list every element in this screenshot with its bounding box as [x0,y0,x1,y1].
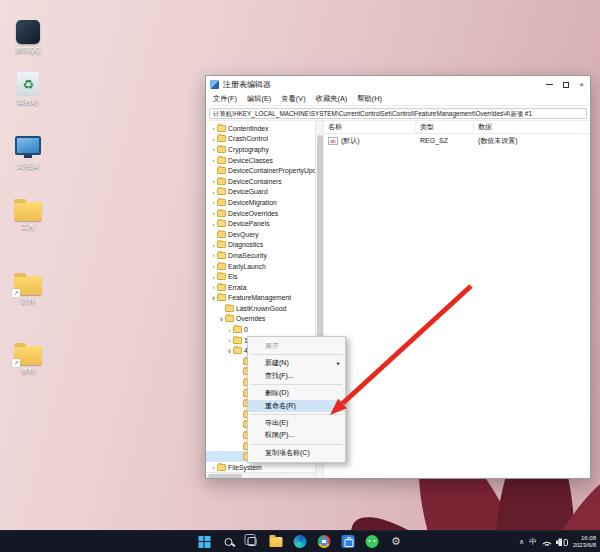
folder-icon [233,326,242,333]
tree-item[interactable]: DeviceContainerPropertyUpda [206,165,315,176]
chevron-down-icon[interactable]: ∨ [218,316,225,322]
window-title: 注册表编辑器 [223,79,546,90]
tree-item[interactable]: ›Errata [206,282,315,293]
tree-item[interactable]: ›DeviceContainers [206,176,315,187]
network-volume-icons[interactable] [542,537,568,547]
settings-button[interactable]: ⚙ [389,534,404,549]
store-button[interactable] [341,534,356,549]
tree-item[interactable]: ›EarlyLaunch [206,261,315,272]
chevron-down-icon[interactable]: ∨ [226,348,233,354]
chevron-right-icon[interactable]: › [210,178,217,184]
column-header-name[interactable]: 名称 [324,121,416,133]
folder-icon [217,157,226,164]
tree-item[interactable]: ›CrashControl [206,134,315,145]
tree-item[interactable]: ∨FeatureManagement [206,293,315,304]
chevron-down-icon[interactable]: ∨ [210,295,217,301]
folder-icon [217,294,226,301]
desktop-icon-this-pc[interactable]: 此电脑 [2,136,54,170]
chevron-right-icon[interactable]: › [210,221,217,227]
tray-overflow-chevron-icon[interactable]: ∧ [519,538,524,546]
column-header-type[interactable]: 类型 [416,121,474,133]
computer-icon [15,136,41,155]
context-menu-rename[interactable]: 重命名(R) [248,400,345,412]
folder-icon [217,135,226,142]
desktop-icon-folder-1[interactable]: 工具 [2,202,54,231]
horizontal-scrollbar[interactable] [206,472,315,478]
title-bar[interactable]: 注册表编辑器 × [206,76,590,93]
registry-values-pane: 名称 类型 数据 ab(默认) REG_SZ (数值未设置) [324,121,590,478]
tree-item[interactable]: ›DeviceClasses [206,155,315,166]
desktop-icon-folder-3[interactable]: ↗ 资料 [2,346,54,375]
value-row-default[interactable]: ab(默认) REG_SZ (数值未设置) [324,134,590,147]
chevron-right-icon[interactable]: › [210,252,217,258]
chevron-right-icon[interactable]: › [210,136,217,142]
tree-item[interactable]: ›DeviceOverrides [206,208,315,219]
tree-item[interactable]: ›ContentIndex [206,123,315,134]
tree-item[interactable]: DevQuery [206,229,315,240]
chevron-right-icon[interactable]: › [210,284,217,290]
scrollbar-thumb[interactable] [208,474,242,478]
context-menu-export[interactable]: 导出(E) [248,417,345,429]
ime-indicator[interactable]: 中 [529,537,537,547]
tree-item[interactable]: ›Els [206,271,315,282]
context-menu-permissions[interactable]: 权限(P)... [248,429,345,441]
menu-help[interactable]: 帮助(H) [353,93,386,105]
minimize-icon[interactable] [546,84,553,85]
context-menu-copy-key-name[interactable]: 复制项名称(C) [248,447,345,459]
context-menu-find[interactable]: 查找(F)... [248,370,345,382]
chevron-right-icon[interactable]: › [210,464,217,470]
chevron-right-icon[interactable]: › [210,189,217,195]
tree-item[interactable]: LastKnownGood [206,303,315,314]
menu-view[interactable]: 查看(V) [277,93,309,105]
tree-item[interactable]: ›0 [206,324,315,335]
search-button[interactable] [221,534,236,549]
desktop-icon-recycle-bin[interactable]: ♻ 回收站 [2,72,54,106]
chevron-right-icon[interactable]: › [210,125,217,131]
task-view-button[interactable] [245,534,260,549]
chevron-right-icon[interactable]: › [226,337,233,343]
store-icon [342,535,355,548]
context-menu-delete[interactable]: 删除(D) [248,387,345,399]
browser-button[interactable] [317,534,332,549]
chevron-right-icon[interactable]: › [210,263,217,269]
edge-button[interactable] [293,534,308,549]
maximize-icon[interactable] [563,82,569,88]
chevron-right-icon[interactable]: › [210,199,217,205]
chevron-right-icon[interactable]: › [210,242,217,248]
chevron-right-icon[interactable]: › [210,146,217,152]
menu-separator [251,384,342,385]
chevron-right-icon[interactable]: › [210,274,217,280]
menu-favorites[interactable]: 收藏夹(A) [312,93,352,105]
menu-edit[interactable]: 编辑(E) [243,93,275,105]
tree-item[interactable]: ›DmaSecurity [206,250,315,261]
menu-separator [251,354,342,355]
context-menu-new[interactable]: 新建(N)▸ [248,357,345,369]
chevron-right-icon[interactable]: › [210,210,217,216]
column-header-data[interactable]: 数据 [474,121,590,133]
chevron-right-icon[interactable]: › [226,327,233,333]
tree-item[interactable]: ›DeviceGuard [206,187,315,198]
desktop-icon-label: 此电脑 [2,162,54,170]
tree-item[interactable]: ›FileSystem [206,462,315,473]
desktop-icon-folder-2[interactable]: ↗ 软件 [2,276,54,305]
shortcut-arrow-icon: ↗ [12,289,20,297]
file-explorer-button[interactable] [269,534,284,549]
tree-item[interactable]: ›Cryptography [206,144,315,155]
folder-icon [233,337,242,344]
address-bar[interactable]: 计算机\HKEY_LOCAL_MACHINE\SYSTEM\CurrentCon… [209,108,587,119]
folder-icon [217,167,226,174]
close-icon[interactable]: × [579,81,584,89]
wechat-button[interactable] [365,534,380,549]
tree-item[interactable]: ›DevicePanels [206,218,315,229]
tree-item[interactable]: ∨Overrides [206,314,315,325]
tree-item[interactable]: ›Diagnostics [206,240,315,251]
menu-file[interactable]: 文件(F) [209,93,241,105]
chevron-right-icon[interactable]: › [210,157,217,163]
tree-item[interactable]: ›DeviceMigration [206,197,315,208]
desktop-icon-app[interactable]: 腾讯QQ [2,20,54,54]
task-view-icon [248,537,257,546]
start-button[interactable] [197,534,212,549]
taskbar-clock[interactable]: 16:08 2023/6/8 [573,535,596,549]
menu-separator [251,414,342,415]
list-header: 名称 类型 数据 [324,121,590,134]
